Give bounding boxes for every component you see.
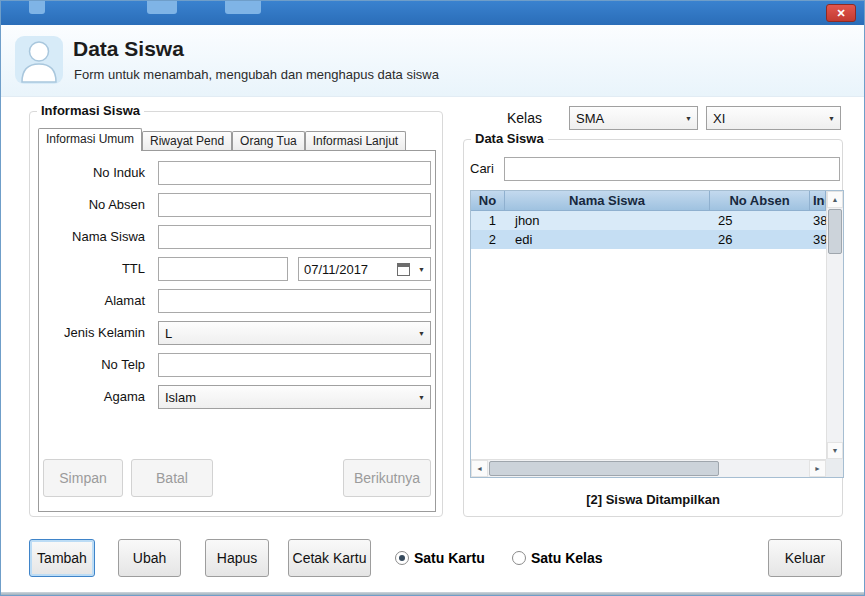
cell-induk: 39 <box>810 230 826 249</box>
satu-kartu-radio[interactable] <box>395 551 409 565</box>
satu-kelas-radio[interactable] <box>512 551 526 565</box>
no-induk-input[interactable] <box>158 161 431 185</box>
ttl-date-picker[interactable]: 07/11/2017 ▼ <box>298 257 431 281</box>
agama-select[interactable]: Islam ▼ <box>158 385 431 409</box>
table-row-1[interactable]: 1 jhon 25 38 <box>471 211 826 230</box>
kelas-grade-select[interactable]: XI ▼ <box>706 106 841 130</box>
tab-panel-informasi-umum: No Induk No Absen Nama Siswa TTL 07/11/2… <box>38 150 436 512</box>
window-bottom-border <box>1 592 864 595</box>
data-siswa-group: Data Siswa Cari No Nama Siswa No Absen I… <box>463 139 843 517</box>
chevron-down-icon: ▼ <box>413 330 430 337</box>
chevron-down-icon: ▼ <box>680 115 697 122</box>
titlebar-decoration <box>29 1 45 14</box>
tab-riwayat-pend[interactable]: Riwayat Pend <box>142 131 232 150</box>
informasi-siswa-legend: Informasi Siswa <box>37 103 144 118</box>
chevron-down-icon: ▼ <box>413 394 430 401</box>
horizontal-scroll-thumb[interactable] <box>489 461 719 476</box>
jenis-kelamin-select[interactable]: L ▼ <box>158 321 431 345</box>
cari-input[interactable] <box>504 157 840 181</box>
hapus-button[interactable]: Hapus <box>205 539 269 577</box>
page-title: Data Siswa <box>73 37 184 61</box>
kelas-level-value: SMA <box>570 111 680 126</box>
tab-orang-tua[interactable]: Orang Tua <box>232 131 305 150</box>
page-subtitle: Form untuk menambah, mengubah dan mengha… <box>74 67 439 82</box>
scrollbar-corner <box>826 459 843 477</box>
titlebar-decoration <box>147 1 177 14</box>
cell-no: 2 <box>471 230 505 249</box>
scroll-up-icon[interactable]: ▲ <box>827 191 843 208</box>
cell-nama: jhon <box>505 211 710 230</box>
ttl-input[interactable] <box>158 257 288 281</box>
calendar-icon <box>397 263 410 276</box>
informasi-siswa-group: Informasi Siswa Informasi Umum Riwayat P… <box>29 111 443 517</box>
vertical-scrollbar[interactable]: ▲ ▼ <box>826 191 843 459</box>
tab-informasi-lanjut[interactable]: Informasi Lanjut <box>305 131 406 150</box>
agama-value: Islam <box>159 390 413 405</box>
horizontal-scrollbar[interactable]: ◄ ► <box>471 459 826 477</box>
batal-button[interactable]: Batal <box>131 459 213 497</box>
cell-absen: 25 <box>710 211 810 230</box>
alamat-input[interactable] <box>158 289 431 313</box>
no-telp-label: No Telp <box>39 353 145 377</box>
kelas-level-select[interactable]: SMA ▼ <box>569 106 698 130</box>
keluar-button[interactable]: Keluar <box>768 539 842 577</box>
berikutnya-button[interactable]: Berikutnya <box>343 459 431 497</box>
tambah-button[interactable]: Tambah <box>29 539 95 577</box>
column-header-no-absen[interactable]: No Absen <box>710 191 810 211</box>
scroll-right-icon[interactable]: ► <box>809 460 826 477</box>
jenis-kelamin-label: Jenis Kelamin <box>39 321 145 345</box>
header-banner: Data Siswa Form untuk menambah, mengubah… <box>1 25 864 97</box>
column-header-nama-siswa[interactable]: Nama Siswa <box>505 191 710 211</box>
vertical-scroll-thumb[interactable] <box>828 209 842 254</box>
grid-header-row: No Nama Siswa No Absen Induk <box>471 191 826 211</box>
table-row-2-selected[interactable]: 2 edi 26 39 <box>471 230 826 249</box>
user-icon <box>14 35 64 89</box>
cell-no: 1 <box>471 211 505 230</box>
cell-nama: edi <box>505 230 710 249</box>
tab-informasi-umum[interactable]: Informasi Umum <box>38 128 142 151</box>
nama-siswa-label: Nama Siswa <box>39 225 145 249</box>
cell-absen: 26 <box>710 230 810 249</box>
cetak-kartu-button[interactable]: Cetak Kartu <box>288 539 371 577</box>
agama-label: Agama <box>39 385 145 409</box>
status-text: [2] Siswa Ditampilkan <box>464 492 842 507</box>
cari-label: Cari <box>470 161 494 176</box>
titlebar-decoration <box>225 1 261 14</box>
cell-induk: 38 <box>810 211 826 230</box>
data-siswa-window: ✕ Data Siswa Form untuk menambah, mengub… <box>0 0 865 596</box>
nama-siswa-input[interactable] <box>158 225 431 249</box>
column-header-induk[interactable]: Induk <box>810 191 826 211</box>
jenis-kelamin-value: L <box>159 326 413 341</box>
close-icon: ✕ <box>836 7 845 19</box>
titlebar[interactable]: ✕ <box>1 1 864 25</box>
satu-kelas-radio-label[interactable]: Satu Kelas <box>531 550 603 566</box>
no-absen-input[interactable] <box>158 193 431 217</box>
scroll-down-icon[interactable]: ▼ <box>827 442 843 459</box>
kelas-grade-value: XI <box>707 111 823 126</box>
siswa-data-grid: No Nama Siswa No Absen Induk 1 jhon 25 3… <box>470 190 844 478</box>
date-value: 07/11/2017 <box>299 262 397 277</box>
chevron-down-icon: ▼ <box>413 266 430 273</box>
chevron-down-icon: ▼ <box>823 115 840 122</box>
no-telp-input[interactable] <box>158 353 431 377</box>
simpan-button[interactable]: Simpan <box>43 459 123 497</box>
scroll-left-icon[interactable]: ◄ <box>471 460 488 477</box>
form-tabstrip: Informasi Umum Riwayat Pend Orang Tua In… <box>38 129 406 150</box>
column-header-no[interactable]: No <box>471 191 505 211</box>
alamat-label: Alamat <box>39 289 145 313</box>
no-absen-label: No Absen <box>39 193 145 217</box>
ttl-label: TTL <box>39 257 145 281</box>
kelas-label: Kelas <box>507 110 542 126</box>
close-button[interactable]: ✕ <box>826 4 856 22</box>
ubah-button[interactable]: Ubah <box>118 539 181 577</box>
satu-kartu-radio-label[interactable]: Satu Kartu <box>414 550 485 566</box>
no-induk-label: No Induk <box>39 161 145 185</box>
data-siswa-legend: Data Siswa <box>471 131 548 146</box>
